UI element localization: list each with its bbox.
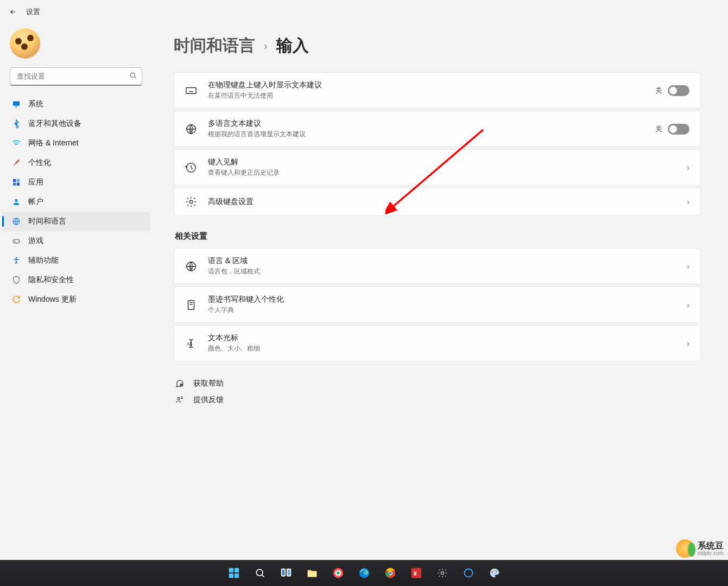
- svg-rect-27: [234, 568, 238, 572]
- svg-rect-20: [188, 300, 194, 309]
- settings-icon[interactable]: [432, 562, 453, 584]
- setting-card-gear[interactable]: 高级键盘设置›: [174, 188, 701, 216]
- content-area: 时间和语言 › 输入 在物理键盘上键入时显示文本建议在某些语言中无法使用关字多语…: [152, 24, 728, 560]
- card-subtitle: 颜色、大小、粗细: [208, 344, 676, 353]
- svg-point-17: [189, 200, 193, 203]
- svg-text:Ab: Ab: [187, 341, 193, 346]
- start-button[interactable]: [223, 562, 245, 584]
- setting-card-lang-globe[interactable]: 字语言 & 区域语言包，区域格式›: [174, 248, 701, 284]
- svg-point-43: [441, 572, 444, 575]
- svg-text:字: 字: [189, 129, 193, 134]
- sidebar-item-brush[interactable]: 个性化: [2, 153, 150, 173]
- back-button[interactable]: [9, 8, 17, 16]
- setting-card-keyboard[interactable]: 在物理键盘上键入时显示文本建议在某些语言中无法使用关: [174, 72, 701, 109]
- window-title: 设置: [26, 7, 40, 17]
- breadcrumb: 时间和语言 › 输入: [174, 35, 701, 57]
- user-avatar[interactable]: [10, 28, 40, 59]
- sidebar-item-wifi[interactable]: 网络 & Internet: [2, 133, 150, 153]
- sidebar-item-accessibility[interactable]: 辅助功能: [2, 251, 150, 270]
- search-input[interactable]: [10, 67, 142, 86]
- sidebar-item-label: 应用: [28, 177, 43, 187]
- update-icon: [12, 295, 21, 304]
- card-title: 在物理键盘上键入时显示文本建议: [208, 80, 644, 90]
- edge-icon[interactable]: [353, 562, 375, 584]
- task-view-icon[interactable]: [275, 562, 297, 584]
- svg-rect-9: [13, 239, 20, 243]
- device-icon: [185, 299, 197, 311]
- setting-card-history[interactable]: 键入见解查看键入和更正历史记录›: [174, 149, 701, 186]
- lang-globe-icon: 字: [185, 260, 197, 272]
- svg-rect-5: [13, 183, 16, 186]
- sidebar-item-globe[interactable]: 时间和语言: [2, 212, 150, 231]
- give-feedback-label: 提供反馈: [193, 395, 224, 405]
- card-title: 文本光标: [208, 333, 676, 343]
- sidebar-item-label: 帐户: [28, 197, 43, 207]
- svg-point-0: [130, 73, 135, 77]
- sidebar: 系统蓝牙和其他设备网络 & Internet个性化应用帐户时间和语言游戏辅助功能…: [0, 24, 152, 560]
- sidebar-item-gamepad[interactable]: 游戏: [2, 231, 150, 251]
- svg-rect-13: [186, 87, 196, 93]
- sidebar-item-label: 蓝牙和其他设备: [28, 119, 81, 129]
- svg-point-30: [256, 569, 263, 576]
- chevron-right-icon: ›: [687, 301, 689, 309]
- give-feedback-link[interactable]: 提供反馈: [174, 392, 701, 408]
- setting-card-device[interactable]: 墨迹书写和键入个性化个人字典›: [174, 286, 701, 323]
- sidebar-item-label: 个性化: [28, 158, 51, 168]
- toggle-state-label: 关: [655, 124, 662, 134]
- svg-text:¥: ¥: [413, 570, 417, 577]
- sidebar-item-label: 时间和语言: [28, 216, 66, 226]
- svg-point-7: [15, 199, 17, 202]
- gamepad-icon: [12, 237, 21, 245]
- cortana-icon[interactable]: [458, 562, 479, 584]
- sidebar-item-label: 辅助功能: [28, 256, 59, 265]
- file-explorer-icon[interactable]: [301, 562, 323, 584]
- setting-card-lang-globe[interactable]: 字多语言文本建议根据我的语言首选项显示文本建议关: [174, 111, 701, 147]
- monitor-icon: [12, 100, 21, 109]
- breadcrumb-parent[interactable]: 时间和语言: [174, 35, 255, 57]
- sidebar-item-user[interactable]: 帐户: [2, 192, 150, 212]
- app-icon-2[interactable]: ¥: [406, 562, 427, 584]
- svg-rect-28: [229, 574, 233, 578]
- svg-rect-33: [307, 571, 316, 577]
- get-help-link[interactable]: ? 获取帮助: [174, 375, 701, 392]
- sidebar-item-shield[interactable]: 隐私和安全性: [2, 270, 150, 290]
- sidebar-item-update[interactable]: Windows 更新: [2, 290, 150, 309]
- toggle-switch[interactable]: [668, 124, 689, 135]
- card-title: 高级键盘设置: [208, 197, 676, 207]
- toggle-state-label: 关: [655, 86, 662, 95]
- svg-rect-6: [17, 183, 20, 186]
- card-subtitle: 查看键入和更正历史记录: [208, 168, 676, 177]
- card-title: 键入见解: [208, 157, 676, 167]
- help-icon: ?: [175, 379, 185, 388]
- svg-rect-4: [17, 179, 20, 182]
- globe-icon: [12, 217, 21, 226]
- sidebar-item-apps[interactable]: 应用: [2, 173, 150, 192]
- sidebar-item-label: 隐私和安全性: [28, 275, 74, 285]
- taskbar-search-icon[interactable]: [249, 562, 271, 584]
- chevron-right-icon: ›: [687, 339, 689, 348]
- svg-point-24: [178, 397, 180, 399]
- svg-point-45: [491, 571, 493, 573]
- svg-rect-26: [229, 568, 233, 572]
- card-subtitle: 语言包，区域格式: [208, 267, 676, 276]
- breadcrumb-current: 输入: [276, 35, 309, 57]
- paint-icon[interactable]: [484, 562, 505, 584]
- svg-point-12: [16, 257, 17, 259]
- toggle-switch[interactable]: [668, 85, 689, 96]
- sidebar-item-bluetooth[interactable]: 蓝牙和其他设备: [2, 114, 150, 133]
- svg-text:?: ?: [181, 384, 182, 386]
- cursor-icon: Ab: [185, 337, 197, 349]
- sidebar-item-monitor[interactable]: 系统: [2, 94, 150, 114]
- shield-icon: [12, 276, 21, 284]
- app-icon-1[interactable]: [327, 562, 349, 584]
- chevron-right-icon: ›: [687, 163, 689, 172]
- chrome-icon[interactable]: [379, 562, 401, 584]
- search-icon: [129, 72, 137, 81]
- sidebar-item-label: Windows 更新: [28, 295, 77, 304]
- chevron-right-icon: ›: [264, 40, 268, 52]
- setting-card-cursor[interactable]: Ab文本光标颜色、大小、粗细›: [174, 325, 701, 361]
- chevron-right-icon: ›: [687, 198, 689, 206]
- sidebar-item-label: 系统: [28, 99, 43, 109]
- svg-point-44: [464, 569, 472, 577]
- history-icon: [185, 162, 197, 174]
